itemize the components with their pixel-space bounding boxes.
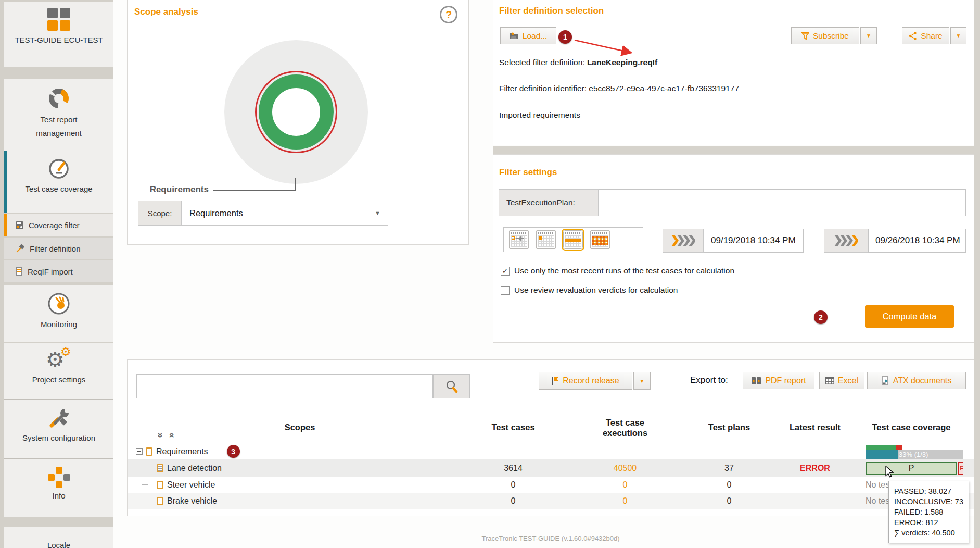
executions-link[interactable]: 0 — [563, 496, 688, 506]
column-header-executions[interactable]: Test case executions — [596, 417, 654, 438]
table-row-steer-vehicle[interactable]: Steer vehicle 0 0 0 No test cases — [128, 477, 974, 493]
sidebar-item-system-configuration[interactable]: System configuration — [4, 400, 113, 458]
verdict-distribution-bar — [866, 445, 902, 450]
verdict-tooltip: PASSED: 38.027 INCONCLUSIVE: 73 FAILED: … — [888, 481, 969, 543]
app-title: TEST-GUIDE ECU-TEST — [15, 33, 103, 47]
checkbox-review-revaluation[interactable]: Use review revaluation verdicts for calc… — [501, 285, 678, 295]
scope-panel-title: Scope analysis — [134, 7, 198, 17]
table-row-requirements[interactable]: Requirements 3 33% (1/3) — [128, 443, 974, 459]
table-row-brake-vehicle[interactable]: Brake vehicle 0 0 0 No test cases — [128, 493, 974, 509]
search-input[interactable] — [136, 374, 433, 398]
coverage-passed-bar[interactable]: P — [866, 462, 957, 475]
export-excel-button[interactable]: Excel — [819, 372, 864, 389]
load-button[interactable]: Load... — [500, 27, 556, 44]
sidebar-item-home[interactable]: TEST-GUIDE ECU-TEST — [4, 2, 113, 67]
compute-data-button[interactable]: Compute data — [865, 305, 954, 328]
export-pdf-button[interactable]: PDF report — [743, 372, 814, 389]
expand-all-icon[interactable]: « — [169, 430, 174, 441]
chevrons-to-icon — [834, 235, 858, 246]
test-plans-value: 0 — [688, 496, 771, 506]
sidebar-item-label: System configuration — [22, 431, 95, 445]
atx-document-icon — [882, 376, 889, 385]
sidebar-item-filter-definition[interactable]: Filter definition — [4, 238, 113, 259]
scope-donut-green-ring[interactable] — [259, 74, 334, 150]
footer-brand: TraceTronic TEST-GUIDE — [481, 534, 559, 542]
export-pdf-label: PDF report — [765, 376, 806, 385]
help-icon[interactable]: ? — [440, 6, 457, 23]
share-button[interactable]: Share — [902, 27, 949, 44]
column-header-test-cases[interactable]: Test cases — [464, 422, 563, 432]
calendar-week-icon[interactable] — [563, 230, 583, 249]
test-execution-plan-label: TestExecutionPlan: — [499, 189, 599, 216]
coverage-filter-icon — [16, 221, 23, 229]
sidebar-item-monitoring[interactable]: Monitoring — [4, 285, 113, 342]
date-to-input[interactable]: 09/26/2018 10:34 PM — [868, 229, 966, 253]
coverage-percent-label: 33% (1/3) — [899, 451, 928, 458]
help-glyph: ? — [446, 9, 452, 21]
tooltip-error: ERROR: 812 — [894, 517, 963, 528]
scope-field-label: Scope: — [138, 201, 182, 226]
double-chevron-up: « — [167, 432, 177, 438]
subscribe-funnel-icon — [801, 32, 809, 40]
report-donut-icon — [47, 86, 71, 110]
search-button[interactable] — [433, 374, 470, 398]
chevron-down-icon: ▼ — [866, 33, 871, 39]
collapse-node-icon[interactable] — [136, 448, 143, 455]
record-release-button[interactable]: Record release — [539, 372, 632, 390]
column-header-scopes[interactable]: Scopes — [285, 422, 315, 432]
filter-selection-title: Filter definition selection — [499, 6, 604, 16]
share-dropdown-button[interactable]: ▼ — [950, 27, 966, 44]
subscribe-button[interactable]: Subscribe — [791, 27, 859, 44]
sidebar-item-reqif-import[interactable]: ReqIF import — [4, 260, 113, 282]
sidebar-item-locale[interactable]: Locale — [4, 527, 113, 548]
executions-link[interactable]: 0 — [563, 480, 688, 490]
search-icon — [445, 380, 459, 393]
table-header-row: « « Scopes Test cases Test case executio… — [128, 412, 974, 443]
sidebar-item-coverage-filter[interactable]: Coverage filter — [4, 214, 113, 236]
export-atx-button[interactable]: ATX documents — [867, 372, 966, 389]
calendar-back-icon[interactable] — [509, 230, 529, 249]
sidebar-item-test-case-coverage[interactable]: Test case coverage — [4, 151, 113, 213]
footer-version: TraceTronic TEST-GUIDE (v.1.60.0#9432b0d… — [127, 534, 974, 542]
sidebar-item-info[interactable]: Info — [4, 459, 113, 517]
filter-definition-selection-panel: Filter definition selection Load... Subs… — [493, 0, 974, 145]
test-execution-plan-input[interactable] — [599, 189, 966, 216]
tooltip-passed: PASSED: 38.027 — [894, 486, 963, 496]
flag-icon — [552, 377, 559, 385]
checkbox-label: Use review revaluation verdicts for calc… — [514, 285, 678, 295]
checkbox-unchecked-icon — [501, 286, 510, 295]
calendar-month-icon[interactable] — [590, 230, 610, 249]
sidebar-item-label: Project settings — [32, 373, 86, 387]
record-release-dropdown-button[interactable]: ▼ — [633, 372, 651, 390]
scope-label-text: Scope: — [148, 209, 172, 218]
calendar-range-toolbar — [503, 227, 643, 252]
sidebar-item-test-report-management[interactable]: Test report management — [4, 79, 113, 151]
column-header-test-plans[interactable]: Test plans — [688, 422, 771, 432]
gears-icon: ⚙ ⚙ — [46, 347, 72, 372]
subscribe-dropdown-button[interactable]: ▼ — [860, 27, 877, 44]
executions-link[interactable]: 40500 — [563, 464, 688, 473]
checkbox-most-recent-runs[interactable]: ✓ Use only the most recent runs of the t… — [501, 266, 734, 276]
hammer-icon — [16, 244, 24, 253]
collapse-all-icon[interactable]: « — [157, 430, 162, 441]
sidebar: TEST-GUIDE ECU-TEST Test report manageme… — [0, 0, 113, 548]
table-row-lane-detection[interactable]: Lane detection 3614 40500 37 ERROR P F — [128, 459, 974, 477]
column-header-latest-result[interactable]: Latest result — [771, 422, 859, 432]
column-header-coverage[interactable]: Test case coverage — [859, 422, 963, 432]
scope-name: Brake vehicle — [167, 496, 217, 506]
sidebar-item-label: Info — [52, 489, 65, 503]
donut-label: Requirements — [147, 184, 209, 195]
sidebar-item-project-settings[interactable]: ⚙ ⚙ Project settings — [4, 343, 113, 399]
date-from-jump-button[interactable] — [663, 229, 704, 253]
selected-filter-value: LaneKeeping.reqIf — [587, 58, 657, 67]
date-to-jump-button[interactable] — [824, 229, 868, 253]
checkbox-label: Use only the most recent runs of the tes… — [514, 266, 734, 276]
date-from-input[interactable]: 09/19/2018 10:34 PM — [704, 229, 804, 253]
export-atx-label: ATX documents — [893, 376, 952, 385]
coverage-failed-bar[interactable]: F — [958, 462, 963, 475]
calendar-day-icon[interactable] — [536, 230, 556, 249]
annotation-circle-2: 2 — [814, 310, 828, 324]
scope-dropdown[interactable]: Requirements ▼ — [182, 201, 388, 226]
brake-vehicle-doc-icon — [157, 497, 163, 505]
subscribe-button-label: Subscribe — [813, 31, 849, 41]
